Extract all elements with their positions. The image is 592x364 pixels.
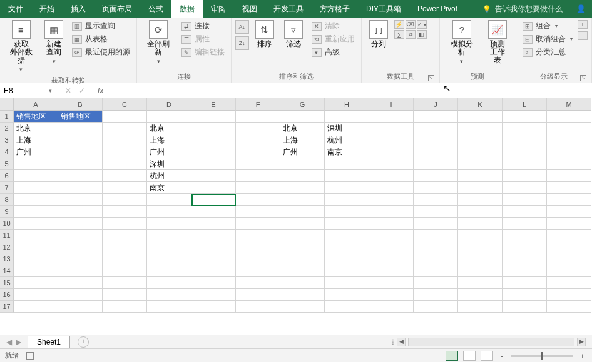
cell-G5[interactable] [280,158,325,170]
tell-me-search[interactable]: 💡告诉我你想要做什么 [475,4,570,14]
cell-G6[interactable] [280,170,325,182]
cell-E15[interactable] [191,277,236,289]
consolidate-icon[interactable]: ∑ [394,30,404,39]
cell-J4[interactable] [414,146,458,158]
cell-E17[interactable] [191,301,236,313]
cell-E2[interactable] [191,123,236,134]
cell-M16[interactable] [547,289,591,301]
cell-M13[interactable] [547,253,591,265]
cell-D15[interactable] [147,277,191,289]
cell-L7[interactable] [503,182,547,194]
cell-A8[interactable] [14,194,58,206]
cell-K8[interactable] [458,194,503,206]
cell-G10[interactable] [280,218,325,230]
cell-J2[interactable] [414,123,458,134]
cell-K17[interactable] [458,301,503,313]
zoom-slider[interactable] [511,355,573,357]
cell-E3[interactable] [191,134,236,146]
cell-K13[interactable] [458,253,503,265]
row-header[interactable]: 6 [0,170,14,182]
cell-A4[interactable]: 广州 [14,146,58,158]
cell-F9[interactable] [236,206,280,218]
cell-B7[interactable] [58,182,103,194]
cell-H14[interactable] [325,265,369,277]
cell-C4[interactable] [103,146,147,158]
cell-G11[interactable] [280,230,325,241]
row-header[interactable]: 10 [0,218,14,230]
cell-M17[interactable] [547,301,591,313]
cell-A7[interactable] [14,182,58,194]
normal-view-button[interactable] [446,351,458,361]
flash-fill-icon[interactable]: ⚡ [394,20,404,29]
cell-I12[interactable] [369,241,414,253]
tab-开始[interactable]: 开始 [31,0,63,18]
cell-D10[interactable] [147,218,191,230]
row-header[interactable]: 16 [0,289,14,301]
cell-J7[interactable] [414,182,458,194]
cell-K7[interactable] [458,182,503,194]
recent-sources-button[interactable]: ⟳最近使用的源 [69,46,133,58]
zoom-out-button[interactable]: - [498,352,506,360]
cell-E1[interactable] [191,111,236,123]
cell-H15[interactable] [325,277,369,289]
cell-C5[interactable] [103,158,147,170]
cell-M3[interactable] [547,134,591,146]
advanced-filter-button[interactable]: ▾高级 [309,46,357,58]
select-all-corner[interactable] [0,98,14,111]
cell-B14[interactable] [58,265,103,277]
cell-B5[interactable] [58,158,103,170]
fx-icon[interactable]: fx [94,86,107,95]
cell-D17[interactable] [147,301,191,313]
cell-J13[interactable] [414,253,458,265]
row-header[interactable]: 5 [0,158,14,170]
cell-C7[interactable] [103,182,147,194]
cell-G9[interactable] [280,206,325,218]
column-header[interactable]: B [58,98,103,111]
cell-E13[interactable] [191,253,236,265]
column-header[interactable]: E [191,98,236,111]
sort-asc-icon[interactable]: A↓ [235,20,249,34]
page-layout-view-button[interactable] [463,351,476,361]
cell-C3[interactable] [103,134,147,146]
cell-H8[interactable] [325,194,369,206]
cell-H9[interactable] [325,206,369,218]
cell-C13[interactable] [103,253,147,265]
row-header[interactable]: 15 [0,277,14,289]
tab-文件[interactable]: 文件 [0,0,31,18]
row-header[interactable]: 4 [0,146,14,158]
cell-H2[interactable]: 深圳 [325,123,369,134]
cell-F12[interactable] [236,241,280,253]
row-header[interactable]: 7 [0,182,14,194]
from-table-button[interactable]: ▦从表格 [69,33,133,45]
cell-J1[interactable] [414,111,458,123]
cell-J9[interactable] [414,206,458,218]
cell-E16[interactable] [191,289,236,301]
cell-B4[interactable] [58,146,103,158]
remove-dup-icon[interactable]: ⌫ [406,20,416,29]
cell-D14[interactable] [147,265,191,277]
group-button[interactable]: ⊞组合▾ [520,20,575,32]
cell-L6[interactable] [503,170,547,182]
cell-C17[interactable] [103,301,147,313]
dialog-launcher-icon[interactable]: ↘ [580,75,586,81]
cell-K14[interactable] [458,265,503,277]
cell-H10[interactable] [325,218,369,230]
filter-button[interactable]: ▿ 筛选 [280,19,307,49]
tab-视图[interactable]: 视图 [234,0,265,18]
cell-E5[interactable] [191,158,236,170]
row-header[interactable]: 8 [0,194,14,206]
cell-F2[interactable] [236,123,280,134]
cell-H17[interactable] [325,301,369,313]
ungroup-button[interactable]: ⊟取消组合▾ [520,33,575,45]
cell-F4[interactable] [236,146,280,158]
cell-G2[interactable]: 北京 [280,123,325,134]
column-header[interactable]: C [103,98,147,111]
cell-G3[interactable]: 上海 [280,134,325,146]
formula-input[interactable] [107,83,592,98]
cell-H13[interactable] [325,253,369,265]
cell-C8[interactable] [103,194,147,206]
cell-B16[interactable] [58,289,103,301]
cell-C10[interactable] [103,218,147,230]
column-header[interactable]: H [325,98,369,111]
cell-I13[interactable] [369,253,414,265]
